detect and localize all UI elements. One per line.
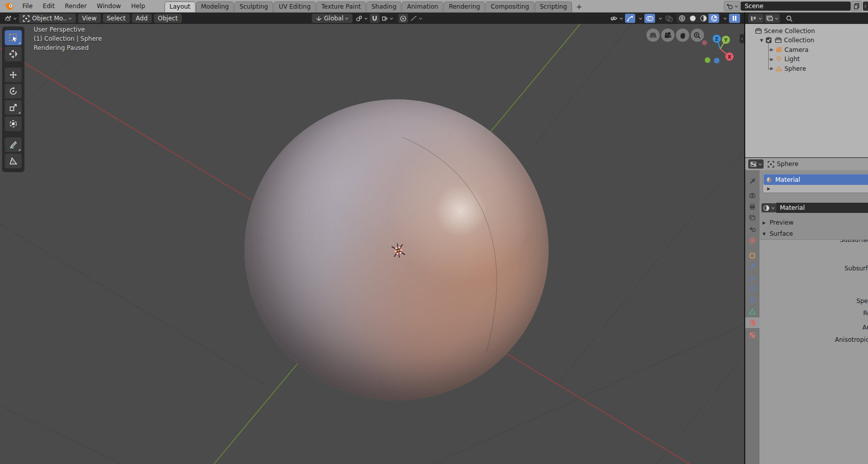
transform-orientation-dropdown[interactable]: Global <box>312 14 352 23</box>
properties-tab-view-layer[interactable] <box>745 212 760 223</box>
workspace-tab-layout[interactable]: Layout <box>165 2 196 12</box>
workspace-tab-rendering[interactable]: Rendering <box>444 2 485 12</box>
gizmo-neg-z[interactable] <box>714 58 720 64</box>
outliner-filter-dropdown[interactable] <box>765 14 780 23</box>
snap-target-dropdown[interactable] <box>381 14 394 23</box>
tool-rotate-button[interactable] <box>5 84 22 99</box>
3d-viewport[interactable]: User Perspective (1) Collection | Sphere… <box>0 24 744 464</box>
gizmo-z[interactable]: Z <box>713 35 721 43</box>
nav-camera-view-button[interactable] <box>661 29 674 42</box>
preview-panel-header[interactable]: ▶ Preview <box>760 219 868 226</box>
snap-toggle[interactable] <box>370 14 379 23</box>
surface-panel-header[interactable]: ▼ Surface <box>760 230 868 237</box>
tool-cursor-button[interactable] <box>5 46 22 62</box>
tool-transform-button[interactable] <box>5 116 22 131</box>
outliner-display-mode-dropdown[interactable] <box>748 14 764 23</box>
material-slot-selected[interactable]: Material <box>764 174 868 185</box>
pause-render-button[interactable] <box>729 14 740 23</box>
viewport-menu-select[interactable]: Select <box>103 14 130 23</box>
workspace-tab-uv-editing[interactable]: UV Editing <box>274 2 316 12</box>
properties-tab-physics[interactable] <box>745 284 760 294</box>
workspace-tab-compositing[interactable]: Compositing <box>485 2 534 12</box>
properties-tab-world[interactable] <box>745 235 760 245</box>
editor-type-button[interactable] <box>3 14 18 23</box>
properties-tab-constraints[interactable] <box>745 295 760 306</box>
overlays-dropdown[interactable] <box>656 14 663 23</box>
add-workspace-button[interactable]: + <box>573 2 586 12</box>
overlays-toggle[interactable] <box>644 14 655 23</box>
outliner-search-icon[interactable] <box>785 14 794 23</box>
blender-logo-icon[interactable] <box>4 2 14 11</box>
proportional-editing-toggle[interactable] <box>398 14 408 23</box>
nav-pan-hand-button[interactable] <box>676 29 689 42</box>
viewport-menu-add[interactable]: Add <box>132 14 152 23</box>
unlink-scene-button[interactable]: › <box>863 2 868 11</box>
properties-tab-tool[interactable] <box>745 176 760 186</box>
shading-material-preview-button[interactable] <box>698 14 709 23</box>
gizmo-x[interactable]: X <box>725 52 734 61</box>
disclosure-down-icon[interactable]: ▼ <box>758 38 765 43</box>
properties-tab-object[interactable] <box>745 250 760 261</box>
nav-orthographic-grid-button[interactable] <box>646 29 660 42</box>
scene-browse-button[interactable] <box>724 1 740 11</box>
visibility-dropdown[interactable] <box>609 14 624 23</box>
outliner-row-scene-collection[interactable]: Scene Collection <box>748 26 815 36</box>
outliner-row-collection[interactable]: ▼Collection <box>758 36 814 45</box>
properties-tab-material[interactable] <box>745 317 760 328</box>
material-name-field[interactable]: Material <box>776 203 868 213</box>
workspace-tab-animation[interactable]: Animation <box>402 2 443 12</box>
tool-select-box-button[interactable] <box>5 30 22 45</box>
workspace-tab-sculpting[interactable]: Sculpting <box>234 2 273 12</box>
menu-file[interactable]: File <box>17 0 38 12</box>
slot-specials-arrow[interactable]: ▶ <box>767 186 770 191</box>
gizmos-toggle[interactable] <box>625 14 635 23</box>
gizmo-neg-y[interactable] <box>705 58 711 63</box>
shading-rendered-button[interactable] <box>709 14 719 23</box>
collection-checkbox[interactable] <box>765 37 773 44</box>
properties-tab-particles[interactable] <box>745 272 760 283</box>
properties-editor-type-button[interactable] <box>748 159 764 169</box>
viewport-menu-object[interactable]: Object <box>154 14 182 23</box>
properties-tab-modifiers[interactable] <box>745 261 760 272</box>
shading-dropdown[interactable] <box>721 14 728 23</box>
gizmo-neg-x[interactable] <box>702 40 707 45</box>
outliner-row-light[interactable]: ▶Light <box>769 54 800 64</box>
tool-scale-button[interactable] <box>5 100 22 115</box>
mode-selector[interactable]: Object Mo.. <box>19 14 76 23</box>
properties-tab-render[interactable] <box>745 190 760 201</box>
gizmo-z-label: Z <box>715 37 719 42</box>
outliner-row-sphere[interactable]: ▶Sphere <box>769 64 806 73</box>
menu-window[interactable]: Window <box>92 0 126 12</box>
gizmos-dropdown[interactable] <box>636 14 643 23</box>
outliner-row-camera[interactable]: ▶Camera <box>769 45 808 54</box>
workspace-tab-shading[interactable]: Shading <box>366 2 401 12</box>
properties-tab-scene[interactable] <box>745 224 760 234</box>
properties-tab-object-data[interactable] <box>745 306 760 317</box>
menu-help[interactable]: Help <box>126 0 150 12</box>
new-scene-button[interactable] <box>851 1 862 11</box>
menu-render[interactable]: Render <box>60 0 92 12</box>
properties-tab-texture[interactable] <box>745 330 760 340</box>
shading-solid-button[interactable] <box>687 14 698 23</box>
editor-divider[interactable] <box>744 12 745 464</box>
viewport-menu-view[interactable]: View <box>78 14 100 23</box>
xray-toggle[interactable] <box>664 14 674 23</box>
navigation-gizmo[interactable]: Z Y X <box>700 31 741 67</box>
surface-input-label: Specular Tint <box>856 297 868 305</box>
overlay-view-name: User Perspective <box>34 26 102 33</box>
collapse-panel-arrow[interactable]: ‹ <box>740 34 744 43</box>
browse-material-button[interactable] <box>762 203 776 212</box>
tool-move-button[interactable] <box>5 67 22 83</box>
tool-annotate-button[interactable] <box>5 137 22 152</box>
workspace-tab-texture-paint[interactable]: Texture Paint <box>316 2 366 12</box>
proportional-falloff-dropdown[interactable] <box>409 14 423 23</box>
gizmo-y[interactable]: Y <box>722 36 730 44</box>
scene-name-field[interactable]: Scene <box>741 2 851 11</box>
shading-wireframe-button[interactable] <box>676 14 687 23</box>
properties-tab-output[interactable] <box>745 201 760 212</box>
workspace-tab-modeling[interactable]: Modeling <box>196 2 234 12</box>
tool-measure-button[interactable] <box>5 153 22 169</box>
snap-pivot-dropdown[interactable] <box>355 14 369 23</box>
menu-edit[interactable]: Edit <box>38 0 60 12</box>
workspace-tab-scripting[interactable]: Scripting <box>535 2 572 12</box>
